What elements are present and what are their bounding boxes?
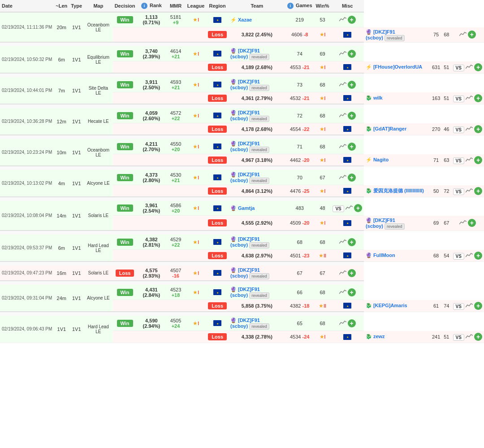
map-cell — [186, 216, 207, 231]
games-cell: 483 — [285, 201, 314, 216]
len-cell: 7m — [54, 77, 69, 104]
rank-info-icon[interactable]: i — [141, 3, 147, 9]
add-button[interactable]: + — [348, 269, 356, 277]
eu-flag-icon — [343, 303, 351, 309]
graph-button[interactable] — [339, 320, 346, 326]
mmr-change: -20 — [302, 220, 310, 226]
graph-button[interactable] — [339, 17, 346, 22]
add-button[interactable]: + — [474, 302, 482, 310]
graph-button[interactable] — [466, 157, 473, 162]
team-cell: 🔮Gamtja — [229, 201, 285, 216]
region-cell — [206, 235, 229, 250]
graph-button[interactable] — [339, 239, 346, 244]
team-race-icon: 🔮 — [230, 141, 237, 146]
graph-button[interactable] — [339, 270, 346, 275]
graph-button[interactable] — [459, 220, 467, 225]
star-icon: ★ — [193, 320, 198, 326]
team-name-link[interactable]: [GdAT]Ranger — [373, 126, 406, 131]
add-button[interactable]: + — [474, 63, 482, 71]
col-team: Team — [229, 0, 285, 12]
add-button[interactable]: + — [474, 252, 482, 260]
add-button[interactable]: + — [348, 112, 356, 120]
date-cell: 02/19/2024, 09:31:04 PM — [0, 285, 54, 312]
team-name-link[interactable]: Xazae — [238, 17, 252, 22]
vs-button[interactable]: VS — [453, 65, 464, 71]
team-name-link[interactable]: [KEPG]Amaris — [373, 303, 407, 308]
graph-button[interactable] — [346, 205, 353, 210]
add-button[interactable]: + — [348, 319, 356, 327]
group-spacer — [0, 197, 484, 201]
add-button[interactable]: + — [468, 219, 476, 227]
vs-button[interactable]: VS — [453, 253, 464, 260]
vs-button[interactable]: VS — [453, 188, 464, 195]
add-button[interactable]: + — [348, 288, 356, 296]
team-race-icon: 🔮 — [230, 267, 237, 273]
mmr-value: 4505 — [170, 318, 181, 323]
add-button[interactable]: + — [474, 125, 482, 133]
graph-button[interactable] — [339, 174, 346, 180]
graph-button[interactable] — [466, 64, 473, 70]
league-badge: I — [198, 321, 199, 326]
winpct-cell: 68 — [314, 108, 331, 123]
graph-button[interactable] — [466, 188, 473, 193]
revealed-badge: revealed — [249, 147, 269, 153]
games-info-icon[interactable]: i — [287, 3, 294, 9]
graph-button[interactable] — [339, 113, 346, 118]
graph-button[interactable] — [339, 51, 346, 56]
vs-button[interactable]: VS — [453, 126, 464, 133]
league-rank: ★I — [193, 321, 199, 326]
decision-cell: Win — [113, 77, 137, 92]
date-cell — [113, 185, 137, 197]
add-button[interactable]: + — [474, 333, 482, 341]
graph-button[interactable] — [339, 82, 346, 87]
winpct-cell: 51 — [442, 331, 451, 343]
graph-button[interactable] — [339, 144, 346, 149]
team-name-link[interactable]: Nagito — [373, 157, 389, 162]
add-button[interactable]: + — [348, 81, 356, 89]
graph-button[interactable] — [466, 95, 473, 100]
team-name-link[interactable]: wilk — [373, 95, 383, 100]
add-button[interactable]: + — [468, 30, 476, 39]
graph-button[interactable] — [466, 334, 473, 339]
team-name-link[interactable]: 爱因克洛提德 (IIIIIIIIIIII) — [373, 188, 424, 193]
graph-button[interactable] — [466, 252, 473, 258]
add-button[interactable]: + — [474, 187, 482, 195]
team-name-link[interactable]: FullMoon — [373, 252, 395, 258]
add-button[interactable]: + — [474, 156, 482, 164]
add-button[interactable]: + — [348, 16, 356, 24]
graph-button[interactable] — [466, 126, 473, 131]
decision-cell: Win — [113, 139, 137, 154]
games-cell: 74 — [285, 46, 314, 61]
graph-button[interactable] — [459, 31, 467, 37]
eu-flag-icon — [343, 220, 351, 226]
graph-button[interactable] — [466, 303, 473, 308]
vs-button[interactable]: VS — [453, 157, 464, 164]
add-button[interactable]: + — [348, 174, 356, 182]
league-rank: ★I — [320, 96, 326, 101]
type-cell — [166, 331, 186, 343]
vs-button[interactable]: VS — [453, 334, 464, 341]
league-cell: ★I — [186, 285, 207, 300]
league-badge: I — [324, 65, 326, 70]
vs-button[interactable]: VS — [453, 303, 464, 310]
team-name-link[interactable]: [FHouse]OverlordUA — [373, 64, 422, 70]
team-name-link[interactable]: zewz — [373, 334, 385, 339]
mmr-cell: 4572 +22 — [166, 108, 186, 123]
games-cell: 241 — [430, 331, 442, 343]
win-badge: Win — [117, 16, 133, 23]
len-cell — [137, 250, 166, 262]
vs-button[interactable]: VS — [333, 205, 344, 212]
add-button[interactable]: + — [348, 50, 356, 58]
team-name-link[interactable]: Gamtja — [238, 205, 255, 211]
graph-button[interactable] — [339, 289, 346, 295]
team-race-icon: 🐉 — [366, 126, 372, 131]
team-cell: 🔮[DKZ]F91 (scboy)revealed — [229, 108, 285, 123]
add-button[interactable]: + — [474, 94, 482, 102]
star-icon: ★ — [320, 95, 324, 101]
add-button[interactable]: + — [348, 238, 356, 246]
mmr-value: 4593 — [170, 79, 181, 85]
add-button[interactable]: + — [348, 143, 356, 151]
add-button[interactable]: + — [354, 204, 362, 212]
games-cell: 71 — [285, 139, 314, 154]
vs-button[interactable]: VS — [453, 96, 464, 102]
